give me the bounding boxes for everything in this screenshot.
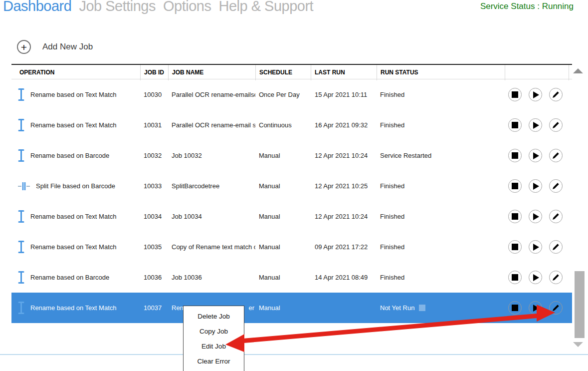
menu-item-copy-job[interactable]: Copy Job	[184, 324, 244, 339]
schedule: Once Per Day	[255, 91, 311, 98]
tab-job-settings[interactable]: Job Settings	[79, 0, 156, 14]
job-name: Job 10032	[168, 152, 255, 159]
job-name: Job 10036	[168, 274, 255, 281]
pencil-icon	[552, 182, 560, 190]
edit-button[interactable]	[549, 210, 563, 223]
table-row[interactable]: Rename based on Barcode 10032 Job 10032 …	[11, 140, 572, 171]
job-name: Parallel OCR rename-email sc	[168, 121, 255, 129]
play-button[interactable]	[529, 118, 542, 132]
tab-options[interactable]: Options	[163, 0, 211, 14]
stop-button[interactable]	[508, 240, 522, 254]
scroll-up-icon[interactable]	[573, 68, 583, 73]
col-schedule[interactable]: SCHEDULE	[255, 65, 311, 80]
stop-button[interactable]	[508, 179, 522, 193]
play-button[interactable]	[529, 271, 542, 284]
menu-item-clear-error[interactable]: Clear Error	[184, 354, 244, 369]
menu-item-edit-job[interactable]: Edit Job	[184, 339, 244, 354]
play-icon	[532, 152, 539, 159]
table-row[interactable]: Rename based on Text Match 10034 Job 100…	[11, 201, 572, 232]
stop-icon	[512, 91, 518, 98]
schedule: Manual	[255, 182, 311, 190]
col-run-status[interactable]: RUN STATUS	[377, 65, 505, 80]
stop-icon	[512, 122, 518, 128]
run-status: Finished	[377, 274, 505, 281]
job-id: 10035	[140, 243, 168, 251]
schedule: Continuous	[255, 121, 311, 129]
stop-button[interactable]	[508, 301, 522, 315]
edit-button[interactable]	[549, 240, 563, 254]
add-new-job-button[interactable]: + Add New Job	[17, 40, 93, 54]
col-job-id[interactable]: JOB ID	[140, 65, 168, 80]
table-row-selected[interactable]: Rename based on Text Match 10037 Renaer …	[11, 293, 572, 323]
run-status: Finished	[377, 182, 505, 190]
col-last-run[interactable]: LAST RUN	[311, 65, 377, 80]
play-button[interactable]	[529, 149, 542, 162]
bottom-divider	[0, 354, 588, 355]
operation-label: Rename based on Barcode	[30, 274, 109, 281]
play-button[interactable]	[529, 210, 542, 223]
table-row[interactable]: Rename based on Text Match 10035 Copy of…	[11, 232, 572, 262]
pencil-icon	[552, 213, 560, 220]
tab-help-support[interactable]: Help & Support	[218, 0, 313, 14]
play-icon	[532, 91, 539, 98]
scrollbar-thumb[interactable]	[575, 271, 585, 338]
operation-label: Split File based on Barcode	[36, 182, 115, 190]
edit-button[interactable]	[549, 88, 563, 101]
play-button[interactable]	[529, 88, 542, 101]
col-job-name[interactable]: JOB NAME	[168, 65, 255, 80]
pencil-icon	[552, 274, 560, 281]
col-operation[interactable]: OPERATION	[11, 65, 140, 80]
stop-button[interactable]	[508, 149, 522, 162]
play-icon	[532, 305, 539, 312]
edit-button[interactable]	[549, 149, 563, 162]
text-cursor-icon	[18, 149, 24, 162]
run-status: Not Yet Run	[377, 304, 505, 312]
text-cursor-icon	[18, 301, 24, 315]
table-row[interactable]: Split File based on Barcode 10033 SplitB…	[11, 171, 572, 201]
edit-button[interactable]	[549, 271, 563, 284]
schedule: Manual	[255, 274, 311, 281]
stop-button[interactable]	[508, 88, 522, 101]
edit-button[interactable]	[549, 118, 563, 132]
edit-button[interactable]	[549, 301, 563, 315]
last-run: 12 Apr 2021 10:25	[311, 182, 377, 190]
stop-button[interactable]	[508, 271, 522, 284]
play-button[interactable]	[529, 240, 542, 254]
play-button[interactable]	[529, 301, 542, 315]
run-status: Finished	[377, 213, 505, 220]
text-cursor-icon	[18, 210, 24, 223]
play-icon	[532, 213, 539, 220]
tab-dashboard[interactable]: Dashboard	[3, 0, 71, 14]
text-cursor-icon	[18, 88, 24, 101]
play-button[interactable]	[529, 179, 542, 193]
stop-icon	[512, 152, 518, 159]
stop-button[interactable]	[508, 210, 522, 223]
operation-label: Rename based on Text Match	[30, 304, 116, 312]
stop-icon	[512, 183, 518, 189]
pencil-icon	[552, 121, 560, 129]
pencil-icon	[552, 243, 560, 251]
job-id: 10037	[140, 304, 168, 312]
edit-button[interactable]	[549, 179, 563, 193]
add-new-job-label: Add New Job	[42, 42, 93, 52]
stop-icon	[512, 244, 518, 250]
job-id: 10036	[140, 274, 168, 281]
job-id: 10034	[140, 213, 168, 220]
stop-button[interactable]	[508, 118, 522, 132]
job-id: 10031	[140, 121, 168, 129]
menu-item-delete-job[interactable]: Delete Job	[184, 309, 244, 324]
table-row[interactable]: Rename based on Text Match 10031 Paralle…	[11, 110, 572, 140]
run-status: Service Restarted	[377, 152, 505, 159]
schedule: Manual	[255, 152, 311, 159]
last-run: 09 Apr 2021 17:22	[311, 243, 377, 251]
table-row[interactable]: Rename based on Text Match 10030 Paralle…	[11, 79, 572, 110]
context-menu: Delete Job Copy Job Edit Job Clear Error	[183, 306, 244, 371]
run-status: Finished	[377, 121, 505, 129]
operation-label: Rename based on Text Match	[30, 243, 116, 251]
col-spacer	[569, 65, 573, 80]
operation-label: Rename based on Text Match	[30, 91, 116, 98]
scroll-down-icon[interactable]	[573, 342, 583, 347]
last-run: 12 Apr 2021 10:24	[311, 152, 377, 159]
last-run: 12 Apr 2021 10:24	[311, 213, 377, 220]
table-row[interactable]: Rename based on Barcode 10036 Job 10036 …	[11, 262, 572, 293]
